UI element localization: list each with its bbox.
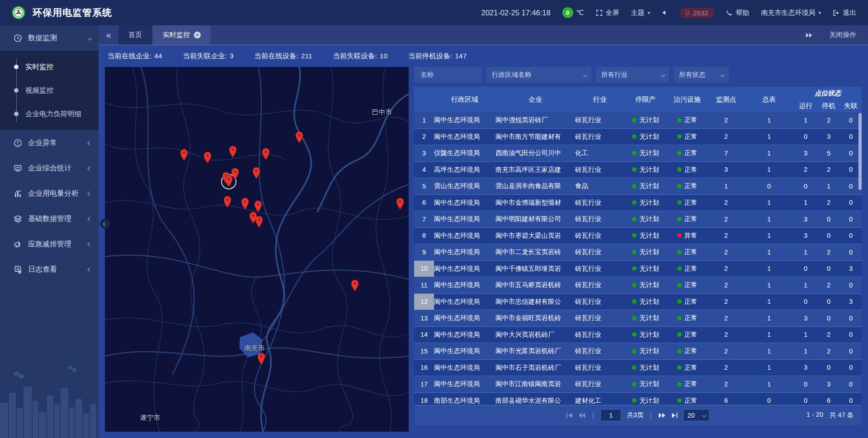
status-label: 正常: [684, 264, 698, 273]
table-row[interactable]: 17阆中生态环境局阆中市江南镇阆南页岩砖瓦行业无计划正常21030: [414, 376, 862, 393]
map-pin-icon[interactable]: [254, 200, 263, 212]
cell-monitor: 2: [708, 244, 744, 260]
table-row[interactable]: 1阆中生态环境局阆中强锐页岩砖厂砖瓦行业无计划正常21120: [414, 112, 862, 129]
cell-region: 阆中生态环境局: [434, 112, 495, 128]
table-row[interactable]: 14阆中生态环境局阆中大兴页岩机砖厂砖瓦行业无计划正常21120: [414, 327, 862, 344]
table-row[interactable]: 6阆中生态环境局阆中市金博瑞新型墙材砖瓦行业无计划正常21120: [414, 195, 862, 212]
cell-meter: 1: [744, 376, 794, 392]
table-row[interactable]: 8阆中生态环境局阆中市枣碧大梁山页岩砖瓦行业无计划异常21300: [414, 228, 862, 245]
cell-lost: 0: [840, 244, 862, 260]
fullscreen-button[interactable]: 全屏: [596, 9, 619, 17]
map-pin-icon[interactable]: [255, 216, 264, 228]
sidebar-item-企业用电量分析[interactable]: 企业用电量分析: [0, 181, 99, 206]
sidebar-subitem-视频监控[interactable]: 视频监控: [0, 79, 99, 102]
table-scrollbar[interactable]: [859, 113, 862, 190]
theme-menu[interactable]: 主题 ▾: [631, 9, 651, 17]
sidebar-item-数据监测[interactable]: 数据监测: [0, 25, 99, 51]
map-pin-icon[interactable]: [179, 149, 189, 161]
cell-industry: 砖瓦行业: [575, 343, 625, 359]
table-row[interactable]: 15阆中生态环境局阆中市光富页岩机砖厂砖瓦行业无计划正常21120: [414, 343, 862, 360]
map-pin-icon[interactable]: [228, 146, 237, 158]
sidebar-item-基础数据管理[interactable]: 基础数据管理: [0, 206, 99, 231]
map-panel[interactable]: 巴中市南充市遂宁市: [105, 67, 409, 432]
table-row[interactable]: 18南部生态环境局南部县砌华水泥有限公建材化工无计划正常60060: [414, 393, 862, 405]
region-filter-select[interactable]: 行政区域名称: [486, 67, 591, 82]
close-icon[interactable]: ×: [194, 32, 201, 38]
cell-lost: 0: [840, 343, 862, 359]
table-row[interactable]: 10阆中生态环境局阆中千佛镇五郎垭页岩砖瓦行业无计划正常21003: [414, 261, 862, 278]
table-row[interactable]: 5营山生态环境局营山县润丰肉食品有限食品无计划正常10010: [414, 178, 862, 195]
first-page-button[interactable]: [566, 412, 573, 419]
status-dot-green: [677, 283, 682, 287]
sidebar-item-企业异常[interactable]: 企业异常: [0, 130, 99, 155]
map-pin-icon[interactable]: [203, 151, 212, 164]
cell-company: 阆中强锐页岩砖厂: [495, 112, 575, 128]
logout-button[interactable]: 退出: [833, 9, 856, 17]
status-label: 无计划: [639, 198, 659, 207]
map-pin-icon[interactable]: [295, 131, 304, 143]
tab-首页[interactable]: 首页: [118, 25, 152, 45]
cell-limit: 无计划: [625, 376, 666, 392]
status-label: 正常: [684, 182, 698, 190]
table-row[interactable]: 4高坪生态环境局南充市高坪区王家店建砖瓦行业无计划正常31220: [414, 162, 862, 179]
table-row[interactable]: 2阆中生态环境局阆中市南方节能建材有砖瓦行业无计划正常21030: [414, 129, 862, 146]
map-pin-icon[interactable]: [224, 175, 233, 187]
map-pin-icon[interactable]: [396, 198, 405, 210]
filter-bar: 行政区域名称 所有行业 所有状态: [414, 67, 862, 82]
map-pin-icon[interactable]: [261, 148, 270, 160]
status-dot-green: [632, 167, 637, 172]
map-pin-icon[interactable]: [257, 353, 266, 365]
page-number-input[interactable]: [600, 409, 621, 421]
cell-no: 18: [414, 393, 434, 405]
table-row[interactable]: 12阆中生态环境局阆中市忠信建材有限公砖瓦行业无计划正常21003: [414, 294, 862, 311]
table-row[interactable]: 3仪陇生态环境局西南油气田分公司川中化工无计划正常71350: [414, 145, 862, 162]
tabs-scroll-left-button[interactable]: «: [99, 25, 118, 45]
cell-monitor: 2: [708, 129, 744, 145]
map-pin-icon[interactable]: [350, 279, 359, 292]
table-row[interactable]: 16阆中生态环境局阆中市石子页岩机砖厂砖瓦行业无计划正常21300: [414, 360, 862, 377]
sidebar-subitem-实时监控[interactable]: 实时监控: [0, 55, 99, 79]
sidebar-item-label: 日志查看: [28, 265, 82, 274]
map-pin-icon[interactable]: [252, 167, 261, 179]
map-pin-icon[interactable]: [223, 196, 232, 208]
page-size-select[interactable]: 20: [684, 409, 710, 421]
cell-industry: 砖瓦行业: [575, 261, 625, 277]
monitor-icon: [14, 34, 22, 42]
org-menu[interactable]: 南充市生态环境局 ▾: [761, 9, 821, 17]
table-row[interactable]: 13阆中生态环境局阆中市金福旺页岩机砖砖瓦行业无计划正常21300: [414, 310, 862, 327]
sidebar-item-应急减排管理[interactable]: 应急减排管理: [0, 231, 99, 257]
notification-count: 2632: [693, 9, 708, 17]
previous-page-button[interactable]: [578, 412, 586, 419]
notification-badge[interactable]: 2632: [680, 8, 714, 18]
cell-industry: 砖瓦行业: [575, 360, 625, 376]
cell-monitor: 3: [708, 162, 744, 178]
map-pin-icon[interactable]: [241, 198, 250, 210]
sub-column-header: 运行: [794, 99, 817, 112]
status-filter-select[interactable]: 所有状态: [674, 67, 729, 82]
cell-company: 阆中市忠信建材有限公: [495, 294, 575, 310]
next-page-button[interactable]: [658, 412, 666, 419]
tab-实时监控[interactable]: 实时监控×: [153, 25, 211, 45]
sidebar-subitem-企业电力负荷明细[interactable]: 企业电力负荷明细: [0, 102, 99, 126]
close-operations-button[interactable]: 关闭操作: [829, 31, 856, 39]
tab-label: 首页: [128, 31, 142, 39]
sound-toggle-button[interactable]: [662, 9, 668, 16]
map-collapse-button[interactable]: [100, 219, 110, 229]
last-page-button[interactable]: [671, 412, 678, 419]
status-dot-green: [632, 316, 637, 320]
help-label: 帮助: [736, 9, 749, 17]
industry-filter-select[interactable]: 所有行业: [596, 67, 669, 82]
cell-industry: 食品: [575, 178, 625, 194]
table-row[interactable]: 11阆中生态环境局阆中市五马桥页岩机砖砖瓦行业无计划正常21120: [414, 277, 862, 294]
table-row[interactable]: 9阆中生态环境局阆中市二龙长宝页岩砖砖瓦行业无计划正常21120: [414, 244, 862, 261]
tabs-scroll-right-icon[interactable]: [806, 32, 813, 38]
sidebar-item-日志查看[interactable]: 日志查看: [0, 257, 99, 282]
stat-label: 当前失联设备:: [333, 52, 377, 60]
sidebar-item-企业综合统计[interactable]: 企业综合统计: [0, 155, 99, 181]
table-row[interactable]: 7阆中生态环境局阆中明阳建材有限公司砖瓦行业无计划正常21300: [414, 211, 862, 228]
name-filter-input[interactable]: [420, 71, 477, 79]
cell-run: 3: [794, 228, 817, 244]
status-dot-green: [677, 332, 682, 337]
status-label: 无计划: [639, 132, 659, 141]
help-button[interactable]: 帮助: [726, 9, 749, 17]
